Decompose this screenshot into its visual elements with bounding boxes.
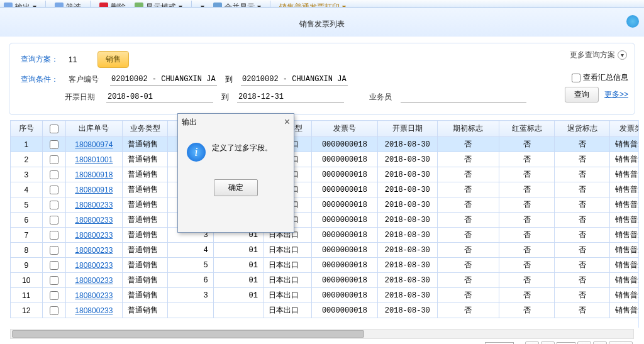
- header-checkbox[interactable]: [50, 125, 58, 133]
- cell-check[interactable]: [42, 137, 65, 152]
- cell-outno[interactable]: 180800918: [65, 167, 122, 182]
- col-invno[interactable]: 发票号: [311, 121, 377, 137]
- cell-check[interactable]: [42, 213, 65, 228]
- cell-outno[interactable]: 180800233: [65, 213, 122, 228]
- row-checkbox[interactable]: [50, 276, 58, 285]
- close-icon[interactable]: ×: [284, 116, 290, 128]
- table-row[interactable]: 5180800233普通销售日本出口00000000182018-08-30否否…: [11, 197, 640, 213]
- col-outno[interactable]: 出库单号: [65, 121, 122, 137]
- table-row[interactable]: 3180800918普通销售日本出口00000000182018-08-30否否…: [11, 167, 640, 182]
- row-checkbox[interactable]: [50, 261, 58, 270]
- tb-filter[interactable]: 筛选: [55, 0, 81, 8]
- table-row[interactable]: 7180800233普通销售301日本出口00000000182018-08-3…: [11, 228, 640, 243]
- outno-link[interactable]: 180800233: [75, 276, 113, 285]
- row-checkbox[interactable]: [50, 231, 58, 240]
- cust-to-input[interactable]: [241, 73, 348, 86]
- prev-page-button[interactable]: <: [541, 341, 555, 344]
- table-row[interactable]: 6180800233普通销售日本出口00000000182018-08-30否否…: [11, 213, 640, 228]
- cell-outno[interactable]: 180800233: [65, 243, 122, 258]
- ok-button[interactable]: 确定: [214, 179, 258, 196]
- row-checkbox[interactable]: [50, 306, 58, 315]
- cell-outno[interactable]: 180800233: [65, 288, 122, 303]
- table-row[interactable]: 2180801001普通销售日本出口00000000182018-08-30否否…: [11, 152, 640, 167]
- cell-check[interactable]: [42, 243, 65, 258]
- outno-link[interactable]: 180800233: [75, 201, 113, 209]
- col-kind[interactable]: 发票类: [610, 121, 639, 137]
- col-biz[interactable]: 业务类型: [122, 121, 167, 137]
- row-checkbox[interactable]: [50, 216, 58, 225]
- cell-outno[interactable]: 180800233: [65, 258, 122, 273]
- cell-check[interactable]: [42, 152, 65, 167]
- more-scheme-link[interactable]: 更多查询方案 ▾: [570, 50, 627, 60]
- outno-link[interactable]: 180800233: [75, 246, 113, 255]
- cell-outno[interactable]: 180800233: [65, 303, 122, 318]
- outno-link[interactable]: 180800233: [75, 306, 113, 315]
- cell-outno[interactable]: 180801001: [65, 152, 122, 167]
- jump-button[interactable]: 跳转: [609, 341, 633, 344]
- summary-checkbox[interactable]: [572, 74, 580, 82]
- cell-check[interactable]: [42, 197, 65, 213]
- date-from-input[interactable]: [106, 91, 213, 103]
- row-checkbox[interactable]: [50, 170, 58, 179]
- cell-check[interactable]: [42, 273, 65, 288]
- cell-check[interactable]: [42, 182, 65, 197]
- tb-export[interactable]: 输出▾: [4, 0, 36, 8]
- tb-delete[interactable]: 删除: [99, 0, 126, 8]
- cell-check[interactable]: [42, 303, 65, 318]
- row-checkbox[interactable]: [50, 140, 58, 149]
- table-row[interactable]: 1180800974普通销售日本出口00000000182018-08-30否否…: [11, 137, 640, 152]
- cell-check[interactable]: [42, 167, 65, 182]
- outno-link[interactable]: 180800233: [75, 291, 113, 300]
- col-init[interactable]: 期初标志: [437, 121, 499, 137]
- tb-display-mode[interactable]: 显示模式▾: [135, 0, 182, 8]
- table-row[interactable]: 12180800233普通销售日本出口00000000182018-08-30否…: [11, 303, 640, 318]
- tb-merge-display[interactable]: 合并显示▾: [213, 0, 261, 8]
- table-row[interactable]: 4180800918普通销售日本出口00000000182018-08-30否否…: [11, 182, 640, 197]
- cell-outno[interactable]: 180800233: [65, 197, 122, 213]
- cell-check[interactable]: [42, 288, 65, 303]
- outno-link[interactable]: 180800233: [75, 261, 113, 270]
- cust-from-input[interactable]: [110, 73, 217, 86]
- cell-outno[interactable]: 180800974: [65, 137, 122, 152]
- row-checkbox[interactable]: [50, 201, 58, 209]
- outno-link[interactable]: 180800974: [75, 140, 113, 149]
- cell-check[interactable]: [42, 258, 65, 273]
- row-checkbox[interactable]: [50, 155, 58, 164]
- cell-outno[interactable]: 180800233: [65, 273, 122, 288]
- col-rb[interactable]: 红蓝标志: [499, 121, 555, 137]
- row-checkbox[interactable]: [50, 246, 58, 255]
- next-page-button[interactable]: >: [577, 341, 591, 344]
- query-button[interactable]: 查询: [565, 87, 599, 103]
- cell-biz: 普通销售: [122, 288, 167, 303]
- cell-outno[interactable]: 180800233: [65, 228, 122, 243]
- more-cond-link[interactable]: 更多>>: [604, 90, 628, 99]
- table-row[interactable]: 10180800233普通销售601日本出口00000000182018-08-…: [11, 273, 640, 288]
- col-check[interactable]: [42, 121, 65, 137]
- salesperson-input[interactable]: [401, 91, 526, 103]
- last-page-button[interactable]: >|: [593, 341, 607, 344]
- table-row[interactable]: 9180800233普通销售501日本出口00000000182018-08-3…: [11, 258, 640, 273]
- outno-link[interactable]: 180800233: [75, 216, 113, 225]
- col-invdate[interactable]: 开票日期: [378, 121, 437, 137]
- sale-scheme-button[interactable]: 销售: [97, 51, 129, 68]
- col-ret[interactable]: 退货标志: [555, 121, 610, 137]
- table-row[interactable]: 11180800233普通销售301日本出口00000000182018-08-…: [11, 288, 640, 303]
- summary-checkbox-label[interactable]: 查看汇总信息: [565, 72, 628, 83]
- first-page-button[interactable]: |<: [525, 341, 539, 344]
- scrollbar-thumb[interactable]: [12, 330, 364, 338]
- outno-link[interactable]: 180800918: [75, 170, 113, 179]
- date-to-input[interactable]: [237, 91, 344, 103]
- table-row[interactable]: 8180800233普通销售401日本出口00000000182018-08-3…: [11, 243, 640, 258]
- row-checkbox[interactable]: [50, 291, 58, 300]
- row-checkbox[interactable]: [50, 186, 58, 194]
- cell-outno[interactable]: 180800918: [65, 182, 122, 197]
- cell-check[interactable]: [42, 228, 65, 243]
- outno-link[interactable]: 180800233: [75, 231, 113, 240]
- outno-link[interactable]: 180800918: [75, 186, 113, 194]
- tb-unknown[interactable]: ▾: [201, 0, 204, 8]
- refresh-icon[interactable]: [626, 15, 639, 28]
- horizontal-scrollbar[interactable]: [10, 329, 634, 339]
- tb-print[interactable]: 销售普通发票打印▾: [279, 0, 346, 8]
- outno-link[interactable]: 180801001: [75, 155, 113, 164]
- col-seqno[interactable]: 序号: [11, 121, 43, 137]
